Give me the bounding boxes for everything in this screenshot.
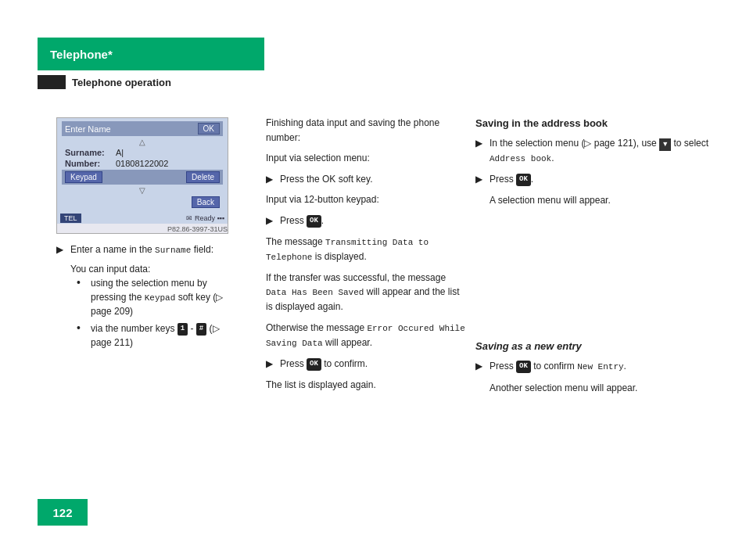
left-content: ▶ Enter a name in the Surname field: You… — [56, 242, 228, 356]
left-dot-2: • via the number keys 1 - # (▷ page 211) — [77, 321, 228, 350]
left-dot-1: • using the selection menu by pressing t… — [77, 276, 228, 319]
left-tel-label: TEL — [60, 214, 81, 223]
middle-bullet1: ▶ Press the OK soft key. — [266, 172, 465, 187]
left-phone-bottom-bar: Keypad Delete — [62, 170, 223, 185]
right-bullet3: ▶ Press OK to confirm New Entry. — [475, 359, 710, 374]
page-number: 122 — [38, 499, 88, 526]
middle-heading: Finishing data input and saving the phon… — [266, 116, 465, 145]
left-phone-up-arrow: △ — [62, 138, 223, 146]
header-title: Telephone* — [50, 48, 113, 61]
you-can-input: You can input data: — [70, 262, 228, 276]
left-phone-screen: Enter Name OK △ Surname: A| Number: 0180… — [57, 118, 228, 213]
left-phone-down-arrow: ▽ — [62, 186, 223, 195]
surname-value: A| — [116, 148, 124, 157]
number-label: Number: — [65, 159, 116, 168]
delete-button: Delete — [186, 171, 220, 183]
left-phone-number-row: Number: 01808122002 — [65, 159, 220, 168]
middle-msg2: If the transfer was successful, the mess… — [266, 271, 465, 314]
right-content: Saving in the address book ▶ In the sele… — [475, 116, 710, 401]
middle-msg1: The message Transmitting Data to Telepho… — [266, 235, 465, 264]
right-bullet1: ▶ In the selection menu (▷ page 121), us… — [475, 136, 710, 166]
left-phone-title: Enter Name — [65, 124, 111, 134]
right-section1-title: Saving in the address book — [475, 116, 710, 131]
right-section2-title: Saving as a new entry — [475, 339, 710, 354]
left-phone-img-ref: P82.86-3997-31US — [57, 225, 228, 233]
header-sub: Telephone operation — [38, 75, 171, 89]
middle-msg3: Otherwise the message Error Occured Whil… — [266, 321, 465, 350]
surname-label: Surname: — [65, 148, 116, 157]
right-msg2: Another selection menu will appear. — [490, 381, 710, 396]
left-status-icons: ✉ Ready ▪▪▪ — [186, 214, 224, 222]
middle-content: Finishing data input and saving the phon… — [266, 116, 465, 398]
middle-sub2: Input via 12-button keypad: — [266, 192, 465, 207]
left-phone-title-bar: Enter Name OK — [62, 121, 223, 136]
keypad-button: Keypad — [65, 171, 102, 183]
number-value: 01808122002 — [116, 159, 168, 168]
left-bullet-1: ▶ Enter a name in the Surname field: — [56, 242, 228, 257]
middle-bullet3: ▶ Press OK to confirm. — [266, 357, 465, 372]
right-msg1: A selection menu will appear. — [490, 193, 710, 208]
middle-sub1: Input via selection menu: — [266, 151, 465, 166]
right-bullet2: ▶ Press OK. — [475, 172, 710, 187]
left-phone-ok-btn: OK — [198, 123, 220, 135]
header-title-bar: Telephone* — [38, 38, 264, 70]
left-phone-status-bar: TEL ✉ Ready ▪▪▪ — [57, 213, 228, 224]
left-phone-surname-row: Surname: A| — [65, 148, 220, 157]
header-subtitle: Telephone operation — [72, 77, 171, 88]
middle-last: The list is displayed again. — [266, 378, 465, 393]
left-phone-mockup: Enter Name OK △ Surname: A| Number: 0180… — [56, 117, 228, 234]
black-bar-decoration — [38, 75, 66, 89]
middle-bullet2: ▶ Press OK. — [266, 214, 465, 228]
back-button: Back — [192, 196, 220, 208]
